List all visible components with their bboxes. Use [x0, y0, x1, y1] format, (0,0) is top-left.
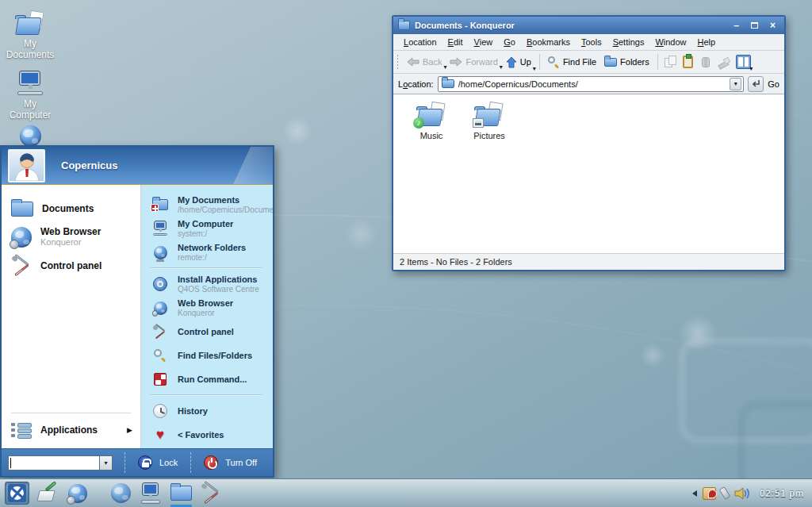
menu-bookmarks[interactable]: Bookmarks — [521, 37, 576, 47]
right-item-control-panel[interactable]: Control panel — [141, 320, 273, 344]
toolbar-handle[interactable] — [396, 54, 399, 70]
folder-icon — [170, 486, 192, 501]
search-icon — [154, 349, 167, 362]
folders-button[interactable]: Folders — [601, 56, 653, 68]
updates-tray-icon[interactable] — [703, 487, 716, 500]
computer-icon — [16, 71, 44, 95]
lock-icon — [138, 455, 152, 470]
desktop-icon-label: My Computer — [2, 98, 59, 121]
close-button[interactable]: × — [766, 20, 779, 32]
taskbar-konqueror-system-button[interactable] — [66, 482, 90, 505]
search-dropdown-button[interactable]: ▾ — [100, 455, 113, 471]
window-title: Documents - Konqueror — [415, 21, 725, 30]
file-item-music[interactable]: ♪ Music — [406, 102, 457, 140]
menu-location[interactable]: Location — [398, 37, 442, 47]
rename-button[interactable] — [715, 54, 731, 70]
menu-edit[interactable]: Edit — [442, 37, 469, 47]
right-item-find-files[interactable]: Find Files/Folders — [141, 344, 273, 367]
toolbar-separator — [657, 54, 658, 70]
bottom-bar-separator — [124, 452, 125, 473]
left-item-web-browser[interactable]: Web Browser Konqueror — [2, 223, 140, 252]
taskbar-documents-window-button[interactable] — [169, 482, 193, 505]
gear-icon — [152, 310, 159, 317]
wallpaper-rounded-rect — [678, 337, 812, 444]
return-arrow-icon — [751, 79, 760, 88]
right-item-favorites[interactable]: ♥ < Favorites — [141, 423, 273, 447]
turn-off-button[interactable]: Turn Off — [199, 455, 262, 470]
window-titlebar[interactable]: Documents - Konqueror – × — [393, 17, 784, 34]
desktop-icon-my-computer[interactable]: My Computer — [2, 71, 59, 121]
right-item-run-command[interactable]: Run Command... — [141, 367, 273, 391]
right-item-my-computer[interactable]: My Computersystem:/ — [141, 217, 273, 240]
tools-icon — [201, 484, 221, 503]
window-folder-icon — [398, 21, 410, 30]
menu-go[interactable]: Go — [498, 37, 521, 47]
taskbar-clock[interactable]: 02:51 pm — [756, 488, 807, 499]
right-item-install-applications[interactable]: Install ApplicationsQ4OS Software Centre — [141, 272, 273, 296]
notepad-pencil-icon — [38, 485, 57, 502]
status-bar: 2 Items - No Files - 2 Folders — [393, 253, 784, 270]
q4os-logo-icon — [8, 484, 26, 502]
minimize-button[interactable]: – — [730, 20, 743, 32]
computer-icon — [140, 483, 162, 504]
start-menu-header: Copernicus — [2, 147, 273, 185]
volume-tray-icon[interactable] — [733, 486, 751, 501]
tray-collapse-icon[interactable] — [692, 490, 697, 497]
right-item-network-folders[interactable]: Network Foldersremote:/ — [141, 240, 273, 264]
tools-icon — [11, 256, 32, 275]
taskbar: 02:51 pm — [0, 478, 812, 507]
taskbar-my-computer-button[interactable] — [139, 482, 163, 505]
left-item-control-panel[interactable]: Control panel — [2, 252, 140, 280]
left-item-documents[interactable]: Documents — [2, 194, 140, 223]
go-return-button[interactable] — [748, 76, 764, 92]
back-arrow-icon — [407, 57, 419, 67]
avatar-person-icon — [11, 151, 43, 181]
location-dropdown-button[interactable]: ▾ — [730, 78, 741, 90]
menu-help[interactable]: Help — [692, 37, 722, 47]
taskbar-desktop-access-button[interactable] — [36, 482, 59, 505]
trash-button[interactable] — [698, 54, 714, 70]
tools-icon — [153, 325, 167, 339]
taskbar-control-panel-button[interactable] — [199, 482, 223, 505]
start-menu-left-column: Documents Web Browser Konqueror Control … — [2, 185, 141, 448]
maximize-button[interactable] — [748, 20, 761, 32]
menu-window[interactable]: Window — [649, 37, 691, 47]
menubar: Location Edit View Go Bookmarks Tools Se… — [393, 34, 784, 51]
location-label: Location: — [398, 79, 434, 89]
up-button[interactable]: Up▾ — [503, 55, 534, 70]
up-arrow-icon — [506, 56, 517, 68]
file-item-pictures[interactable]: Pictures — [464, 102, 515, 140]
right-column-separator — [151, 267, 262, 269]
applications-item[interactable]: Applications ▶ — [2, 417, 140, 444]
search-icon — [548, 56, 560, 68]
device-tray-icon[interactable] — [719, 486, 731, 500]
forward-arrow-icon — [450, 57, 462, 67]
photo-icon — [473, 118, 484, 128]
desktop-icon-web-browser[interactable] — [2, 125, 59, 147]
folder-icon — [15, 11, 45, 35]
computer-icon — [152, 221, 168, 236]
right-item-my-documents[interactable]: My Documents/home/Copernicus/Documents — [141, 193, 273, 217]
right-item-history[interactable]: History — [141, 399, 273, 423]
location-input[interactable]: /home/Copernicus/Documents/ ▾ — [438, 76, 745, 92]
paste-button[interactable] — [680, 54, 696, 70]
submenu-arrow-icon: ▶ — [127, 426, 132, 434]
file-view[interactable]: ♪ Music Pictures — [393, 94, 784, 253]
go-label[interactable]: Go — [768, 79, 779, 89]
menu-view[interactable]: View — [469, 37, 499, 47]
taskbar-web-browser-button[interactable] — [109, 482, 132, 505]
menu-settings[interactable]: Settings — [607, 37, 650, 47]
start-menu-right-column: My Documents/home/Copernicus/Documents M… — [141, 185, 273, 448]
lock-button[interactable]: Lock — [133, 455, 182, 470]
find-file-button[interactable]: Find File — [545, 55, 599, 70]
view-mode-button[interactable]: ▾ — [736, 54, 752, 70]
search-input[interactable] — [8, 455, 100, 471]
desktop-icon-label: My Documents — [2, 38, 59, 60]
desktop-icon-my-documents[interactable]: My Documents — [2, 11, 59, 60]
back-button[interactable]: Back▾ — [404, 56, 445, 68]
start-button[interactable] — [5, 482, 29, 505]
copy-button[interactable] — [663, 54, 679, 70]
right-item-web-browser[interactable]: Web BrowserKonqueror — [141, 296, 273, 320]
forward-button[interactable]: Forward▾ — [446, 56, 500, 68]
menu-tools[interactable]: Tools — [576, 37, 607, 47]
